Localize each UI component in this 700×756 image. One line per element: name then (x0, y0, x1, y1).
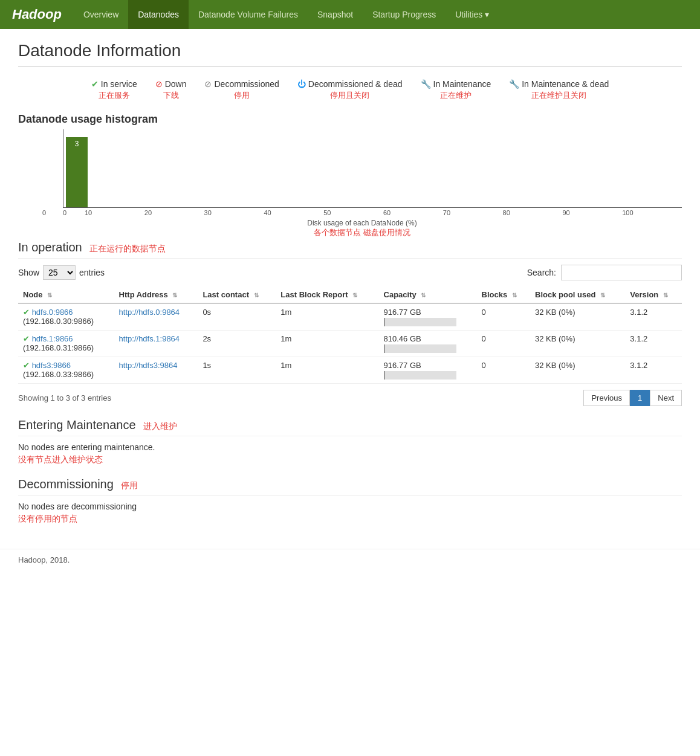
capacity-bar (384, 344, 456, 353)
status-down: ⊘ Down 下线 (155, 79, 187, 101)
node-ip: (192.168.0.31:9866) (23, 343, 94, 352)
node-link[interactable]: hdfs.0:9866 (32, 308, 73, 317)
col-last-contact[interactable]: Last contact ⇅ (198, 286, 276, 303)
pagination-buttons: Previous 1 Next (583, 390, 682, 406)
previous-button[interactable]: Previous (583, 390, 630, 406)
histogram-container: 0 3 0 10 (42, 132, 682, 228)
table-header-row: Node ⇅ Http Address ⇅ Last contact ⇅ Las… (18, 286, 682, 303)
cell-node: ✔ hdfs.0:9866 (192.168.0.30:9866) (18, 303, 114, 331)
decommissioning-header: Decommissioning 停用 (18, 477, 682, 496)
node-check-icon: ✔ (23, 308, 30, 317)
col-blocks[interactable]: Blocks ⇅ (477, 286, 530, 303)
cell-block-pool-used: 32 KB (0%) (530, 331, 625, 357)
entering-maintenance-title: Entering Maintenance (18, 418, 136, 432)
page-1-button[interactable]: 1 (630, 390, 650, 406)
search-box: Search: (527, 265, 682, 280)
status-decom-dead-chinese: 停用且关闭 (330, 90, 369, 101)
status-in-service: ✔ In service 正在服务 (91, 79, 137, 101)
nav-link-overview[interactable]: Overview (74, 0, 128, 29)
nav-link-utilities[interactable]: Utilities ▾ (446, 0, 499, 29)
footer: Hadoop, 2018. (0, 549, 700, 570)
cell-node: ✔ hdfs.1:9866 (192.168.0.31:9866) (18, 331, 114, 357)
node-link[interactable]: hdfs.1:9866 (32, 334, 73, 343)
col-http[interactable]: Http Address ⇅ (114, 286, 198, 303)
status-in-service-chinese: 正在服务 (99, 90, 130, 101)
in-operation-header: In operation 正在运行的数据节点 (18, 241, 682, 259)
capacity-bar-fill (384, 344, 385, 353)
cell-last-contact: 1s (198, 357, 276, 384)
down-icon: ⊘ (155, 79, 163, 89)
main-content: Datanode Information ✔ In service 正在服务 ⊘… (0, 29, 700, 549)
status-maintenance-dead-label: In Maintenance & dead (522, 79, 609, 89)
next-button[interactable]: Next (650, 390, 682, 406)
http-link[interactable]: http://hdfs.1:9864 (119, 334, 180, 343)
col-node[interactable]: Node ⇅ (18, 286, 114, 303)
status-decom-label: Decommissioned (214, 79, 279, 89)
entering-maintenance-header: Entering Maintenance 进入维护 (18, 418, 682, 436)
cell-block-pool-used: 32 KB (0%) (530, 303, 625, 331)
http-link[interactable]: http://hdfs.0:9864 (119, 308, 180, 317)
cell-last-block-report: 1m (276, 331, 378, 357)
cell-last-contact: 2s (198, 331, 276, 357)
status-maintenance: 🔧 In Maintenance 正在维护 (421, 79, 491, 101)
decommissioning-section: Decommissioning 停用 No nodes are decommis… (18, 477, 682, 525)
nav-link-volume-failures[interactable]: Datanode Volume Failures (189, 0, 308, 29)
cell-version: 3.1.2 (625, 303, 682, 331)
nav-link-datanodes[interactable]: Datanodes (128, 0, 189, 29)
no-nodes-maintenance-text: No nodes are entering maintenance. (18, 442, 682, 452)
table-row: ✔ hdfs3:9866 (192.168.0.33:9866) http://… (18, 357, 682, 384)
table-row: ✔ hdfs.0:9866 (192.168.0.30:9866) http:/… (18, 303, 682, 331)
in-operation-title: In operation (18, 241, 82, 254)
status-decommissioned: ⊘ Decommissioned 停用 (204, 79, 279, 101)
pagination-info: Showing 1 to 3 of 3 entries (18, 393, 111, 402)
entries-select[interactable]: 25 50 100 (43, 265, 76, 280)
node-ip: (192.168.0.30:9866) (23, 317, 94, 326)
col-capacity[interactable]: Capacity ⇅ (379, 286, 477, 303)
decommissioning-title: Decommissioning (18, 477, 114, 491)
status-down-label: Down (165, 79, 187, 89)
in-operation-chinese: 正在运行的数据节点 (89, 244, 166, 254)
col-block-pool-used[interactable]: Block pool used ⇅ (530, 286, 625, 303)
histogram-title: Datanode usage histogram (18, 113, 682, 126)
maintenance-icon: 🔧 (421, 79, 431, 89)
pagination-row: Showing 1 to 3 of 3 entries Previous 1 N… (18, 390, 682, 406)
search-input[interactable] (561, 265, 682, 280)
check-icon: ✔ (91, 79, 99, 89)
col-version[interactable]: Version ⇅ (625, 286, 682, 303)
cell-blocks: 0 (477, 331, 530, 357)
node-check-icon: ✔ (23, 361, 30, 370)
bar-value: 3 (75, 140, 79, 148)
cell-last-contact: 0s (198, 303, 276, 331)
nav-link-startup-progress[interactable]: Startup Progress (363, 0, 446, 29)
entries-label: entries (79, 268, 105, 277)
col-last-block-report[interactable]: Last Block Report ⇅ (276, 286, 378, 303)
status-in-service-label: In service (101, 79, 137, 89)
no-nodes-decom-chinese: 没有停用的节点 (18, 514, 682, 525)
cell-blocks: 0 (477, 303, 530, 331)
status-legend: ✔ In service 正在服务 ⊘ Down 下线 ⊘ Decommissi… (18, 79, 682, 101)
page-title: Datanode Information (18, 41, 682, 67)
node-ip: (192.168.0.33:9866) (23, 370, 94, 379)
status-maintenance-dead-chinese: 正在维护且关闭 (531, 90, 586, 101)
cell-version: 3.1.2 (625, 357, 682, 384)
nav-link-snapshot[interactable]: Snapshot (308, 0, 363, 29)
cell-capacity: 916.77 GB (379, 303, 477, 331)
histogram-bar: 3 (66, 137, 88, 207)
http-link[interactable]: http://hdfs3:9864 (119, 361, 178, 370)
status-decom-dead: ⏻ Decommissioned & dead 停用且关闭 (297, 79, 403, 101)
decom-icon: ⊘ (204, 79, 212, 89)
nav-links: Overview Datanodes Datanode Volume Failu… (74, 0, 499, 29)
node-link[interactable]: hdfs3:9866 (32, 361, 71, 370)
status-maintenance-label: In Maintenance (433, 79, 491, 89)
cell-http: http://hdfs.0:9864 (114, 303, 198, 331)
status-maintenance-dead: 🔧 In Maintenance & dead 正在维护且关闭 (509, 79, 609, 101)
histogram-x-label-chinese: 各个数据节点 磁盘使用情况 (42, 227, 682, 238)
status-decom-dead-label: Decommissioned & dead (308, 79, 403, 89)
entering-maintenance-section: Entering Maintenance 进入维护 No nodes are e… (18, 418, 682, 465)
cell-node: ✔ hdfs3:9866 (192.168.0.33:9866) (18, 357, 114, 384)
navbar: Hadoop Overview Datanodes Datanode Volum… (0, 0, 700, 29)
maintenance-dead-icon: 🔧 (509, 79, 519, 89)
decom-dead-icon: ⏻ (297, 79, 306, 89)
datanodes-table: Node ⇅ Http Address ⇅ Last contact ⇅ Las… (18, 286, 682, 384)
cell-version: 3.1.2 (625, 331, 682, 357)
